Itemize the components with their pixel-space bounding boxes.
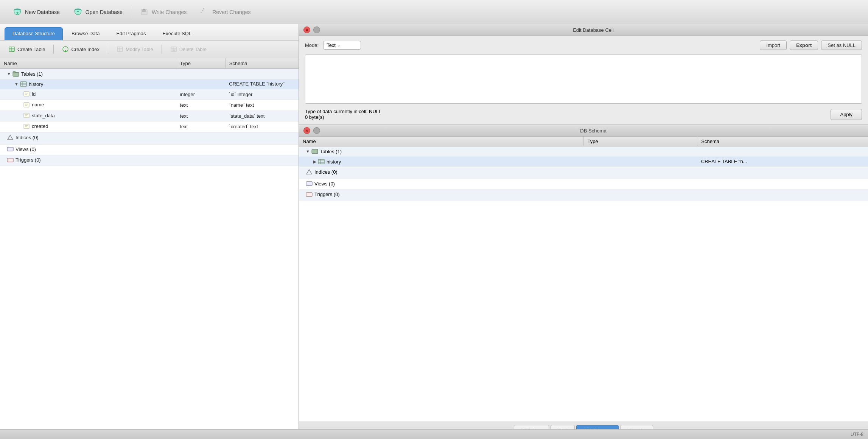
tab-browse-data[interactable]: Browse Data: [64, 27, 107, 40]
db-schema-close-button[interactable]: ✕: [303, 127, 310, 134]
row-schema-created: `created` text: [225, 121, 299, 132]
schema-row-views-schema: [697, 179, 868, 190]
modify-table-label: Modify Table: [126, 47, 153, 52]
cell-type-label: Type of data currently in cell: NULL: [305, 109, 381, 114]
row-type-name: text: [176, 100, 225, 111]
row-name-indices: Indices (0): [0, 132, 176, 144]
schema-row-triggers-type: [583, 190, 697, 201]
write-changes-label: Write Changes: [152, 9, 187, 15]
schema-row[interactable]: Triggers (0): [299, 190, 868, 201]
delete-table-button[interactable]: Delete Table: [166, 44, 210, 54]
mode-select[interactable]: Text ⌄: [323, 41, 361, 50]
edit-cell-restore-button[interactable]: [313, 26, 320, 33]
schema-row[interactable]: Indices (0): [299, 167, 868, 179]
svg-rect-37: [24, 103, 29, 107]
tables-folder-icon: [12, 71, 19, 77]
export-button[interactable]: Export: [790, 40, 818, 50]
db-schema-header: ✕ DB Schema: [299, 125, 868, 137]
left-tab-bar: Database Structure Browse Data Edit Prag…: [0, 24, 299, 40]
schema-indices-icon: [306, 169, 313, 176]
schema-row-indices-type: [583, 167, 697, 179]
new-database-button[interactable]: New Database: [6, 0, 67, 24]
action-sep-3: [162, 45, 162, 54]
cell-size-label: 0 byte(s): [305, 114, 381, 120]
schema-row[interactable]: ▶ history: [299, 156, 868, 167]
field-icon: [23, 102, 30, 107]
mode-select-text: Text: [327, 42, 336, 48]
revert-changes-icon: [200, 8, 209, 17]
tab-execute-sql[interactable]: Execute SQL: [154, 27, 199, 40]
svg-rect-40: [24, 113, 29, 118]
svg-rect-17: [117, 47, 123, 51]
edit-cell-close-button[interactable]: ✕: [303, 26, 310, 33]
cell-info-text: Type of data currently in cell: NULL 0 b…: [305, 109, 381, 120]
table-row[interactable]: ▼ Tables (1): [0, 69, 299, 79]
cell-text-area[interactable]: [305, 54, 862, 104]
db-schema-tree: Name Type Schema: [299, 137, 868, 422]
create-index-label: Create Index: [71, 47, 99, 52]
modify-table-button[interactable]: Modify Table: [113, 44, 157, 54]
svg-rect-30: [20, 82, 26, 86]
edit-buttons: Import Export Set as NULL: [760, 40, 862, 50]
write-changes-button[interactable]: Write Changes: [133, 0, 193, 24]
main-toolbar: New Database Open Database Write Changes: [0, 0, 868, 24]
table-row[interactable]: Triggers (0): [0, 155, 299, 166]
row-name-name: name: [0, 100, 176, 111]
open-database-button[interactable]: Open Database: [67, 0, 129, 24]
schema-tables-icon: [311, 149, 318, 154]
row-type-tables: [176, 69, 225, 79]
create-index-button[interactable]: Create Index: [58, 44, 103, 54]
mode-label: Mode:: [305, 42, 319, 48]
schema-row-indices-name: Indices (0): [299, 167, 583, 179]
left-panel: Database Structure Browse Data Edit Prag…: [0, 24, 299, 439]
row-schema-triggers: [225, 155, 299, 166]
import-button[interactable]: Import: [760, 40, 787, 50]
set-null-button[interactable]: Set as NULL: [821, 40, 862, 50]
table-row[interactable]: name text `name` text: [0, 100, 299, 111]
table-row[interactable]: state_data text `state_data` text: [0, 111, 299, 121]
db-schema-restore-button[interactable]: [313, 127, 320, 134]
action-sep-1: [53, 45, 54, 54]
schema-row-views-type: [583, 179, 697, 190]
table-row[interactable]: Indices (0): [0, 132, 299, 144]
schema-row-views-name: Views (0): [299, 179, 583, 190]
schema-history-icon: [318, 159, 325, 164]
create-table-button[interactable]: Create Table: [5, 44, 49, 54]
history-table-icon: [20, 81, 27, 87]
tab-edit-pragmas[interactable]: Edit Pragmas: [108, 27, 154, 40]
schema-col-name: Name: [299, 137, 583, 146]
row-type-indices: [176, 132, 225, 144]
schema-row-history-name: ▶ history: [299, 156, 583, 167]
schema-row-indices-schema: [697, 167, 868, 179]
apply-button[interactable]: Apply: [831, 109, 862, 120]
db-schema-title: DB Schema: [323, 128, 863, 134]
revert-changes-button[interactable]: Revert Changes: [193, 0, 257, 24]
mode-row: Mode: Text ⌄ Import Export Set as NU: [305, 40, 862, 50]
views-icon: [7, 146, 14, 152]
row-schema-state-data: `state_data` text: [225, 111, 299, 121]
create-table-icon: [8, 46, 15, 53]
schema-row[interactable]: Views (0): [299, 179, 868, 190]
schema-row-tables-schema: [697, 146, 868, 157]
svg-rect-43: [24, 124, 29, 129]
table-row[interactable]: Views (0): [0, 144, 299, 155]
row-name-triggers: Triggers (0): [0, 155, 176, 166]
schema-row[interactable]: ▼ Tables (1): [299, 146, 868, 157]
row-schema-id: `id` integer: [225, 89, 299, 100]
action-sep-2: [108, 45, 108, 54]
edit-cell-panel: ✕ Edit Database Cell Mode: Text ⌄ Import: [299, 24, 868, 125]
row-type-triggers: [176, 155, 225, 166]
db-schema-panel: ✕ DB Schema Name Type: [299, 125, 868, 439]
status-bar: UTF-8: [0, 429, 868, 439]
table-row[interactable]: id integer `id` integer: [0, 89, 299, 100]
col-header-schema: Schema: [225, 58, 299, 69]
encoding-label: UTF-8: [851, 432, 863, 437]
svg-rect-34: [24, 92, 29, 96]
svg-rect-21: [171, 47, 176, 51]
table-row[interactable]: ▼ history: [0, 79, 299, 89]
table-row[interactable]: created text `created` text: [0, 121, 299, 132]
row-type-views: [176, 144, 225, 155]
tab-database-structure[interactable]: Database Structure: [5, 27, 63, 40]
svg-rect-47: [8, 148, 13, 151]
schema-triggers-icon: [306, 192, 313, 197]
